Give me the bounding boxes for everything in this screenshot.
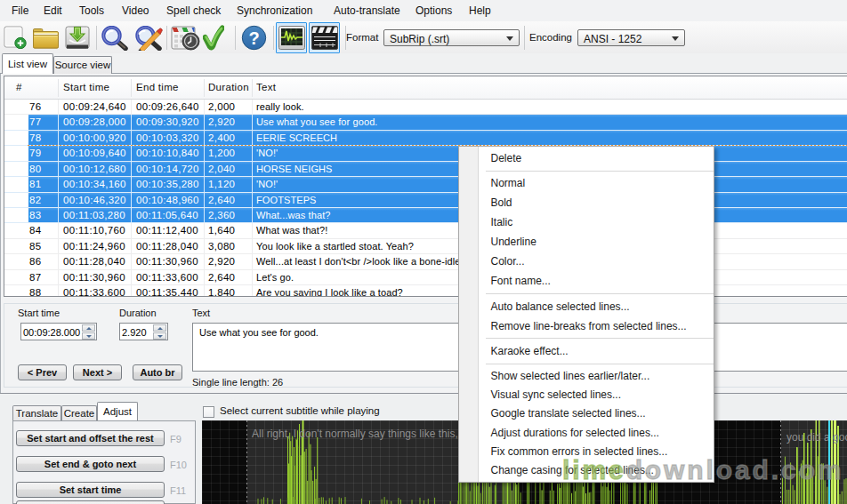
svg-text:?: ? (248, 28, 259, 48)
